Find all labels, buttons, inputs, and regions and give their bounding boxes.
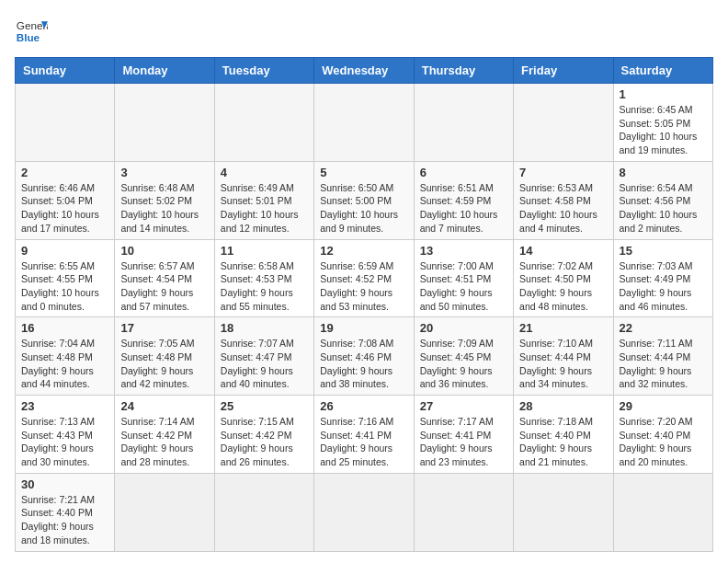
day-cell xyxy=(214,473,313,551)
week-row-2: 2Sunrise: 6:46 AM Sunset: 5:04 PM Daylig… xyxy=(16,161,713,239)
day-cell xyxy=(314,473,414,551)
day-cell xyxy=(613,473,712,551)
day-number: 8 xyxy=(620,166,707,179)
day-cell: 19Sunrise: 7:08 AM Sunset: 4:46 PM Dayli… xyxy=(314,317,414,396)
day-cell: 29Sunrise: 7:20 AM Sunset: 4:40 PM Dayli… xyxy=(613,396,712,474)
week-row-3: 9Sunrise: 6:55 AM Sunset: 4:55 PM Daylig… xyxy=(16,239,713,317)
day-cell: 17Sunrise: 7:05 AM Sunset: 4:48 PM Dayli… xyxy=(115,317,214,396)
weekday-header-wednesday: Wednesday xyxy=(314,58,414,84)
weekday-header-friday: Friday xyxy=(514,58,613,84)
day-cell xyxy=(115,84,214,162)
day-cell: 15Sunrise: 7:03 AM Sunset: 4:49 PM Dayli… xyxy=(613,239,712,317)
logo-icon: General Blue xyxy=(15,15,48,48)
day-number: 19 xyxy=(320,321,407,335)
day-info: Sunrise: 7:21 AM Sunset: 4:40 PM Dayligh… xyxy=(21,493,108,547)
day-cell: 26Sunrise: 7:16 AM Sunset: 4:41 PM Dayli… xyxy=(314,396,414,474)
day-cell xyxy=(414,84,513,162)
weekday-header-row: SundayMondayTuesdayWednesdayThursdayFrid… xyxy=(16,58,713,84)
day-info: Sunrise: 6:49 AM Sunset: 5:01 PM Dayligh… xyxy=(221,181,308,236)
day-cell: 24Sunrise: 7:14 AM Sunset: 4:42 PM Dayli… xyxy=(115,396,214,474)
day-cell: 4Sunrise: 6:49 AM Sunset: 5:01 PM Daylig… xyxy=(214,161,313,239)
day-cell: 16Sunrise: 7:04 AM Sunset: 4:48 PM Dayli… xyxy=(16,317,115,396)
day-info: Sunrise: 7:09 AM Sunset: 4:45 PM Dayligh… xyxy=(420,337,507,391)
day-info: Sunrise: 6:58 AM Sunset: 4:53 PM Dayligh… xyxy=(221,259,308,314)
day-cell: 25Sunrise: 7:15 AM Sunset: 4:42 PM Dayli… xyxy=(214,396,313,474)
day-cell: 7Sunrise: 6:53 AM Sunset: 4:58 PM Daylig… xyxy=(514,161,613,239)
day-cell: 28Sunrise: 7:18 AM Sunset: 4:40 PM Dayli… xyxy=(514,396,613,474)
weekday-header-saturday: Saturday xyxy=(613,58,712,84)
day-number: 29 xyxy=(620,399,707,413)
day-number: 14 xyxy=(519,244,607,258)
day-number: 27 xyxy=(420,399,507,413)
day-number: 28 xyxy=(519,399,607,413)
day-number: 18 xyxy=(221,321,308,335)
day-cell: 22Sunrise: 7:11 AM Sunset: 4:44 PM Dayli… xyxy=(613,317,712,396)
day-number: 26 xyxy=(320,399,407,413)
day-number: 6 xyxy=(420,166,507,179)
day-info: Sunrise: 6:55 AM Sunset: 4:55 PM Dayligh… xyxy=(21,259,108,314)
weekday-header-thursday: Thursday xyxy=(414,58,513,84)
day-info: Sunrise: 6:59 AM Sunset: 4:52 PM Dayligh… xyxy=(320,259,407,314)
day-cell: 6Sunrise: 6:51 AM Sunset: 4:59 PM Daylig… xyxy=(414,161,513,239)
day-number: 1 xyxy=(620,87,707,101)
day-number: 17 xyxy=(120,321,208,335)
day-number: 22 xyxy=(620,321,707,335)
day-number: 15 xyxy=(620,244,707,258)
day-cell: 12Sunrise: 6:59 AM Sunset: 4:52 PM Dayli… xyxy=(314,239,414,317)
day-cell xyxy=(16,84,115,162)
day-cell: 27Sunrise: 7:17 AM Sunset: 4:41 PM Dayli… xyxy=(414,396,513,474)
day-info: Sunrise: 7:03 AM Sunset: 4:49 PM Dayligh… xyxy=(620,259,707,314)
day-info: Sunrise: 7:20 AM Sunset: 4:40 PM Dayligh… xyxy=(620,415,707,469)
day-number: 7 xyxy=(519,166,607,179)
day-cell: 5Sunrise: 6:50 AM Sunset: 5:00 PM Daylig… xyxy=(314,161,414,239)
week-row-1: 1Sunrise: 6:45 AM Sunset: 5:05 PM Daylig… xyxy=(16,84,713,162)
day-cell: 21Sunrise: 7:10 AM Sunset: 4:44 PM Dayli… xyxy=(514,317,613,396)
day-cell: 13Sunrise: 7:00 AM Sunset: 4:51 PM Dayli… xyxy=(414,239,513,317)
day-number: 3 xyxy=(120,166,208,179)
day-info: Sunrise: 7:17 AM Sunset: 4:41 PM Dayligh… xyxy=(420,415,507,469)
day-number: 30 xyxy=(21,477,108,491)
day-info: Sunrise: 6:53 AM Sunset: 4:58 PM Dayligh… xyxy=(519,181,607,236)
svg-text:General: General xyxy=(17,19,48,31)
day-number: 11 xyxy=(221,244,308,258)
day-number: 25 xyxy=(221,399,308,413)
day-info: Sunrise: 6:54 AM Sunset: 4:56 PM Dayligh… xyxy=(620,181,707,236)
day-cell xyxy=(514,84,613,162)
day-cell: 30Sunrise: 7:21 AM Sunset: 4:40 PM Dayli… xyxy=(16,473,115,551)
day-info: Sunrise: 7:14 AM Sunset: 4:42 PM Dayligh… xyxy=(120,415,208,469)
day-cell xyxy=(514,473,613,551)
day-info: Sunrise: 6:57 AM Sunset: 4:54 PM Dayligh… xyxy=(120,259,208,314)
day-number: 16 xyxy=(21,321,108,335)
week-row-6: 30Sunrise: 7:21 AM Sunset: 4:40 PM Dayli… xyxy=(16,473,713,551)
day-cell: 14Sunrise: 7:02 AM Sunset: 4:50 PM Dayli… xyxy=(514,239,613,317)
day-cell: 8Sunrise: 6:54 AM Sunset: 4:56 PM Daylig… xyxy=(613,161,712,239)
svg-text:Blue: Blue xyxy=(17,31,40,43)
day-number: 4 xyxy=(221,166,308,179)
day-number: 13 xyxy=(420,244,507,258)
day-number: 21 xyxy=(519,321,607,335)
day-cell xyxy=(414,473,513,551)
day-number: 23 xyxy=(21,399,108,413)
week-row-5: 23Sunrise: 7:13 AM Sunset: 4:43 PM Dayli… xyxy=(16,396,713,474)
day-info: Sunrise: 7:11 AM Sunset: 4:44 PM Dayligh… xyxy=(620,337,707,391)
day-cell: 1Sunrise: 6:45 AM Sunset: 5:05 PM Daylig… xyxy=(613,84,712,162)
day-cell xyxy=(214,84,313,162)
day-info: Sunrise: 7:15 AM Sunset: 4:42 PM Dayligh… xyxy=(221,415,308,469)
day-info: Sunrise: 7:04 AM Sunset: 4:48 PM Dayligh… xyxy=(21,337,108,391)
day-info: Sunrise: 6:46 AM Sunset: 5:04 PM Dayligh… xyxy=(21,181,108,236)
day-info: Sunrise: 7:02 AM Sunset: 4:50 PM Dayligh… xyxy=(519,259,607,314)
weekday-header-sunday: Sunday xyxy=(16,58,115,84)
day-cell: 3Sunrise: 6:48 AM Sunset: 5:02 PM Daylig… xyxy=(115,161,214,239)
day-number: 20 xyxy=(420,321,507,335)
day-cell: 20Sunrise: 7:09 AM Sunset: 4:45 PM Dayli… xyxy=(414,317,513,396)
day-info: Sunrise: 7:16 AM Sunset: 4:41 PM Dayligh… xyxy=(320,415,407,469)
weekday-header-tuesday: Tuesday xyxy=(214,58,313,84)
day-info: Sunrise: 7:05 AM Sunset: 4:48 PM Dayligh… xyxy=(120,337,208,391)
week-row-4: 16Sunrise: 7:04 AM Sunset: 4:48 PM Dayli… xyxy=(16,317,713,396)
day-cell xyxy=(314,84,414,162)
day-number: 9 xyxy=(21,244,108,258)
logo: General Blue xyxy=(15,15,48,48)
header: General Blue xyxy=(15,15,713,48)
day-number: 5 xyxy=(320,166,407,179)
day-info: Sunrise: 6:50 AM Sunset: 5:00 PM Dayligh… xyxy=(320,181,407,236)
